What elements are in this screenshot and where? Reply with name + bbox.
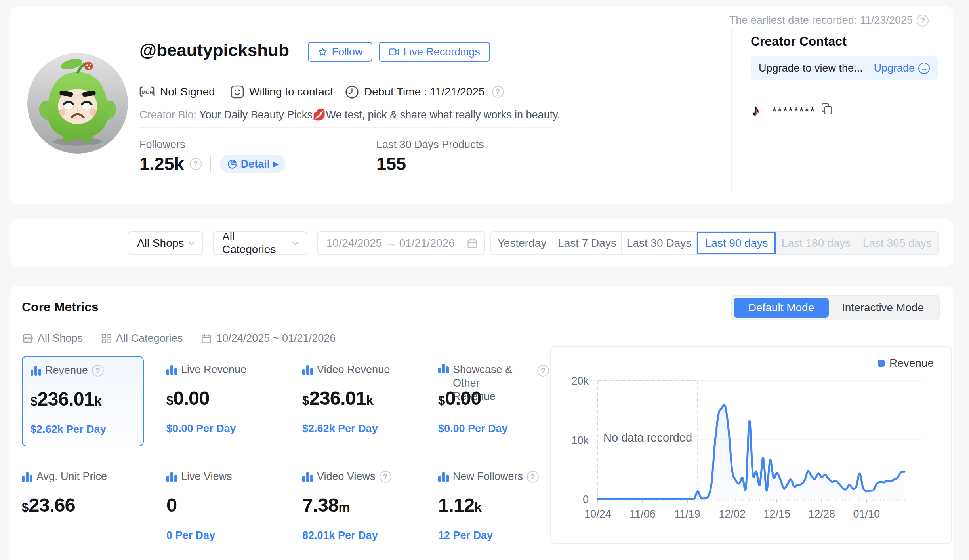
metric-card-showcase-revenue[interactable]: Showcase &Other Revenue ? $0.00 $0.00 Pe…	[438, 356, 560, 446]
svg-text:12/15: 12/15	[763, 508, 790, 520]
svg-text:12/28: 12/28	[808, 508, 835, 520]
svg-text:12/02: 12/02	[719, 508, 746, 520]
metric-value: 236.01	[37, 388, 94, 410]
all-shops-select[interactable]: All Shops	[128, 231, 203, 255]
range-last-7-days[interactable]: Last 7 Days	[553, 232, 622, 254]
mode-toggle: Default Mode Interactive Mode	[731, 295, 940, 320]
avatar-illustration	[27, 53, 128, 154]
metric-card-revenue[interactable]: Revenue ? $236.01k $2.62k Per Day	[22, 356, 144, 446]
metric-card-new-followers[interactable]: New Followers ? 1.12k 12 Per Day	[438, 463, 560, 553]
masked-handle: ********	[772, 101, 815, 118]
value-suffix: m	[338, 500, 350, 515]
default-mode-button[interactable]: Default Mode	[734, 298, 829, 318]
profile-divider	[139, 127, 554, 128]
metric-label: Video Revenue	[317, 363, 390, 377]
bar-chart-icon	[166, 365, 177, 375]
contact-panel-divider	[731, 29, 732, 191]
detail-label: Detail	[241, 158, 270, 170]
metric-label: Live Views	[181, 470, 232, 484]
svg-text:10k: 10k	[571, 434, 589, 446]
range-yesterday[interactable]: Yesterday	[491, 232, 553, 254]
upgrade-link[interactable]: Upgrade →	[874, 62, 930, 74]
creator-avatar	[27, 53, 128, 154]
debut-help-icon[interactable]: ?	[492, 86, 504, 98]
metric-per-day: 82.01k Per Day	[302, 530, 378, 542]
svg-text:0: 0	[583, 493, 589, 505]
metric-value: 0.00	[445, 387, 481, 409]
range-last-180-days[interactable]: Last 180 days	[776, 232, 856, 254]
stat-divider	[210, 155, 211, 173]
video-views-help-icon[interactable]: ?	[380, 471, 391, 483]
metric-value: 0.00	[173, 387, 209, 409]
date-range-input[interactable]: 10/24/2025 → 01/21/2026	[317, 231, 485, 255]
metric-per-day: $0.00 Per Day	[438, 423, 508, 435]
subfilter-categories-label: All Categories	[116, 332, 183, 345]
followers-help-icon[interactable]: ?	[190, 158, 202, 170]
star-icon	[317, 47, 328, 57]
grid-icon	[101, 333, 112, 344]
products-value: 155	[376, 154, 406, 174]
arrow-right-icon: →	[918, 63, 930, 74]
interactive-mode-button[interactable]: Interactive Mode	[829, 298, 937, 318]
metric-per-day: $2.62k Per Day	[31, 423, 106, 436]
creator-analytics-page: @beautypickshub Follow Live Recordings M…	[0, 0, 969, 560]
metric-label: New Followers	[453, 470, 523, 484]
bar-chart-icon	[22, 472, 32, 482]
products-stat: 155	[376, 154, 406, 174]
date-range-value: 10/24/2025 → 01/21/2026	[326, 237, 455, 250]
bar-chart-icon	[166, 472, 177, 482]
value-prefix: $	[438, 394, 445, 408]
svg-text:01/10: 01/10	[853, 508, 880, 520]
upgrade-link-label: Upgrade	[874, 62, 915, 74]
value-suffix: k	[94, 394, 101, 409]
svg-text:No data recorded: No data recorded	[603, 431, 692, 444]
bio-label: Creator Bio:	[139, 109, 196, 121]
value-prefix: $	[302, 394, 309, 408]
range-last-30-days[interactable]: Last 30 Days	[622, 232, 697, 254]
live-recordings-button[interactable]: Live Recordings	[379, 42, 490, 62]
bar-chart-icon	[31, 366, 41, 376]
profile-card: @beautypickshub Follow Live Recordings M…	[10, 6, 953, 204]
bar-chart-icon	[302, 472, 313, 482]
revenue-line-chart[interactable]: 010k20kNo data recorded10/2411/0611/1912…	[551, 347, 951, 543]
showcase-help-icon[interactable]: ?	[537, 365, 549, 377]
calendar-icon	[467, 238, 478, 249]
metric-label: Avg. Unit Price	[36, 470, 107, 484]
debut-time-label: Debut Time : 11/21/2025	[364, 86, 485, 98]
bar-chart-icon	[438, 363, 449, 373]
new-followers-help-icon[interactable]: ?	[527, 471, 539, 483]
upgrade-banner: Upgrade to view the... Upgrade →	[751, 56, 938, 80]
copy-icon[interactable]	[822, 103, 833, 115]
earliest-date-label: The earliest date recorded: 11/23/2025	[729, 14, 913, 27]
core-metrics-card: Core Metrics Default Mode Interactive Mo…	[10, 286, 953, 560]
range-last-90-days[interactable]: Last 90 days	[697, 232, 776, 254]
metric-label: Video Views	[317, 470, 376, 484]
metric-value: 0	[166, 494, 177, 516]
metrics-subfilter: All Shops All Categories 10/24/2025 ~ 01…	[22, 332, 336, 345]
svg-text:11/19: 11/19	[674, 508, 700, 520]
contact-willingness-label: Willing to contact	[249, 86, 333, 98]
revenue-help-icon[interactable]: ?	[92, 365, 104, 377]
followers-stat: 1.25k ? Detail ▶	[139, 154, 286, 174]
followers-detail-button[interactable]: Detail ▶	[220, 155, 286, 173]
metric-card-video-views[interactable]: Video Views ? 7.38m 82.01k Per Day	[302, 463, 424, 553]
followers-label: Followers	[139, 139, 185, 151]
metric-value: 23.66	[29, 494, 75, 516]
chevron-down-icon	[187, 238, 196, 248]
value-suffix: k	[474, 500, 481, 515]
metric-card-avg-unit-price[interactable]: Avg. Unit Price $23.66	[22, 463, 144, 553]
video-camera-icon	[389, 46, 400, 57]
follow-button[interactable]: Follow	[308, 42, 372, 62]
metric-card-video-revenue[interactable]: Video Revenue $236.01k $2.62k Per Day	[302, 356, 424, 446]
all-shops-value: All Shops	[137, 237, 184, 250]
earliest-date-help-icon[interactable]: ?	[917, 15, 929, 27]
metric-value: 236.01	[309, 387, 366, 409]
value-prefix: $	[31, 394, 37, 409]
clock-icon	[345, 85, 359, 99]
metric-card-live-views[interactable]: Live Views 0 0 Per Day	[166, 463, 288, 553]
range-last-365-days[interactable]: Last 365 days	[856, 232, 938, 254]
all-categories-select[interactable]: All Categories	[213, 231, 307, 255]
svg-text:11/06: 11/06	[629, 508, 656, 520]
metric-card-live-revenue[interactable]: Live Revenue $0.00 $0.00 Per Day	[166, 356, 288, 446]
value-prefix: $	[166, 394, 173, 408]
